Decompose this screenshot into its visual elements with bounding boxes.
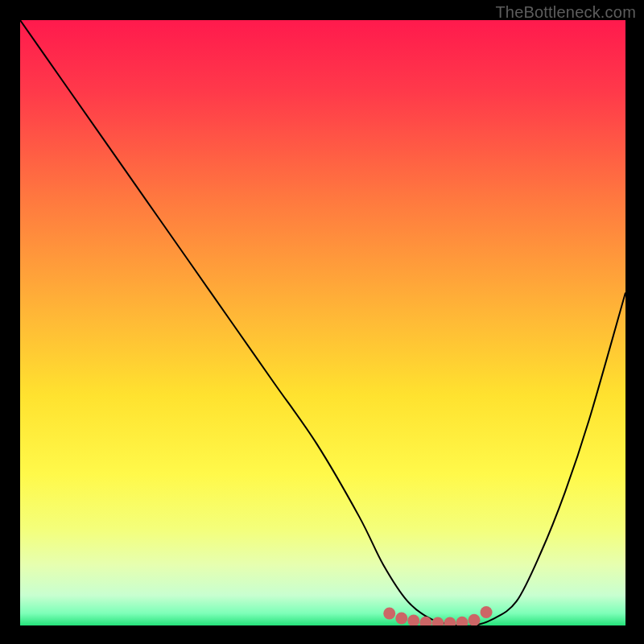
watermark-text: TheBottleneck.com [495,3,636,22]
chart-frame: TheBottleneck.com [0,0,644,644]
optimal-dot [444,617,456,625]
curve-layer [20,20,625,625]
optimal-dot [395,612,407,624]
optimal-dot [383,607,395,619]
optimal-dot [456,617,468,625]
optimal-dot [469,614,481,625]
plot-area [20,20,625,625]
optimal-dot [431,617,444,625]
optimal-range-dots [383,606,492,625]
optimal-dot [407,614,419,625]
optimal-dot [481,606,493,618]
bottleneck-curve [20,20,625,625]
